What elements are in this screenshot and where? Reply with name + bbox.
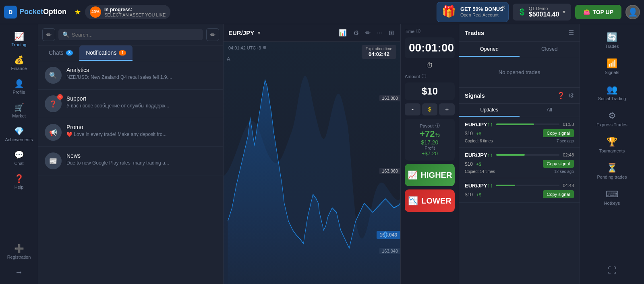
chat-item-content: Analytics NZD/USD: New Zealand Q4 retail… [66,67,217,80]
wallet-icon: 👛 [583,9,590,15]
higher-button[interactable]: 📈 HIGHER [405,164,455,186]
signal-amount-group: $10 +$ [465,191,481,198]
expand-button[interactable]: ⛶ [584,261,640,280]
signal-row: EUR/JPY ↑↑ 04:48 [465,182,574,189]
logo[interactable]: D PocketOption [4,6,66,19]
sidebar-item-finance[interactable]: 💰 Finance [3,52,35,74]
list-item[interactable]: 🔍 Analytics NZD/USD: New Zealand Q4 reta… [38,61,223,90]
chat-compose-button[interactable]: ✏ [42,28,55,41]
signal-copied-count: Copied: 6 times [465,139,493,143]
time-display: 00:01:00 [405,37,455,58]
bonus-banner[interactable]: 🎁 GET 50% BONUS Open Real Account ✕ [437,2,509,22]
signals-settings-button[interactable]: ⚙ [568,92,574,99]
currency-button[interactable]: $ [422,103,438,115]
lower-chart-icon: 📉 [408,196,418,206]
right-nav-item-hotkeys[interactable]: ⌨ Hotkeys [584,185,640,210]
list-item[interactable]: ❓ 1 Support У вас новое сообщение от слу… [38,90,223,118]
right-nav-item-trades[interactable]: 🔄 Trades [584,28,640,53]
dropdown-arrow-icon[interactable]: ▼ [561,9,566,15]
sidebar-item-chat[interactable]: 💬 Chat [3,147,35,169]
right-nav-item-social[interactable]: 👥 Social Trading [584,80,640,105]
timer-icon[interactable]: ⏱ [405,62,455,70]
sidebar-item-login[interactable]: → [3,264,35,280]
payout-info-icon[interactable]: ⓘ [435,123,440,129]
info-icon[interactable]: ⓘ [416,28,420,34]
sidebar-item-achievements[interactable]: 💎 Achievements [3,123,35,145]
logo-icon: D [4,6,17,19]
trades-tabs: Opened Closed [459,42,580,57]
avatar[interactable]: 👤 [625,5,640,19]
social-nav-icon: 👥 [607,84,617,95]
tab-all[interactable]: All [520,104,580,117]
signal-progress-bar [496,185,560,186]
right-nav-item-signals[interactable]: 📶 Signals [584,54,640,79]
list-item[interactable]: 📰 News Due to new Google Play rules, man… [38,147,223,175]
sidebar-item-trading[interactable]: 📈 Trading [3,28,35,50]
tab-closed[interactable]: Closed [520,42,580,57]
chart-draw-button[interactable]: ✏ [364,27,372,38]
new-chat-button[interactable]: ✏ [206,28,219,41]
chat-toolbar: ✏ 🔍 ✏ [38,24,223,45]
profit-label: Profit [409,146,451,150]
chart-line-button[interactable]: 📊 [337,27,348,38]
lower-button[interactable]: 📉 LOWER [405,189,455,212]
signal-copied-time: 12 sec ago [554,169,574,174]
copy-signal-button[interactable]: Copy signal [543,190,574,198]
copy-signal-button[interactable]: Copy signal [543,160,574,168]
list-item[interactable]: 📢 Promo ❤️ Love in every trade! Make any… [38,118,223,147]
asset-name: EUR/JPY [228,29,254,36]
tab-notifications[interactable]: Notifications 1 [79,45,133,61]
search-input[interactable] [72,32,199,38]
list-item: EUR/JPY ↑↑ 04:48 $10 +$ Copy signal [459,178,580,203]
chart-settings-button[interactable]: ⚙ [352,27,360,38]
account-info[interactable]: 💲 QT Demo $50014.40 ▼ [513,4,572,21]
asset-selector[interactable]: EUR/JPY ▼ [228,29,261,36]
trade-controls: Time ⓘ 00:01:00 ⏱ Amount ⓘ $10 - $ + Pay… [400,24,459,284]
amount-minus-button[interactable]: - [405,103,420,115]
signal-progress-fill [496,154,525,156]
favorite-icon[interactable]: ★ [75,8,81,16]
chat-item-name: Analytics [66,67,217,73]
amount-display: $10 [405,82,455,100]
bonus-close-icon[interactable]: ✕ [501,4,506,10]
tab-updates[interactable]: Updates [459,104,520,117]
signal-detail-row: $10 +$ Copy signal [465,129,574,137]
trades-signals-panel: Trades ☰ Opened Closed No opened trades … [459,24,580,284]
trades-nav-icon: 🔄 [607,32,617,43]
chart-tools: 📊 ⚙ ✏ ··· ⊞ [337,27,396,38]
avatar: ❓ 1 [45,95,62,112]
chart-more-button[interactable]: ··· [375,28,384,38]
login-icon: → [15,268,23,277]
signals-header: Signals ❓ ⚙ [459,88,580,104]
signal-time: 04:48 [563,183,574,188]
sidebar-item-market[interactable]: 🛒 Market [3,99,35,121]
chart-grid-button[interactable]: ⊞ [387,27,396,38]
tab-opened[interactable]: Opened [459,42,520,57]
sidebar-item-registration[interactable]: ➕ Registration [3,241,35,263]
right-nav-item-tournaments[interactable]: 🏆 Tournaments [584,133,640,157]
signal-time: 02:48 [563,152,574,157]
amount-info-icon[interactable]: ⓘ [422,73,426,79]
signals-help-button[interactable]: ❓ [557,92,565,99]
copy-signal-button[interactable]: Copy signal [543,129,574,137]
list-item: EUR/JPY ↑↑ 02:48 $10 +$ Copy signal Copi… [459,148,580,178]
amount-controls: - $ + [405,103,455,115]
signal-detail-row: $10 +$ Copy signal [465,160,574,168]
progress-badge[interactable]: 40% In progress: SELECT AN ASSET YOU LIK… [85,5,170,19]
amount-plus-button[interactable]: + [439,103,455,115]
search-box: 🔍 [58,29,203,40]
chat-panel: ✏ 🔍 ✏ Chats 3 Notifications 1 🔍 Analytic… [38,24,224,284]
tab-chats[interactable]: Chats 3 [42,45,79,61]
trading-icon: 📈 [14,31,24,41]
sidebar-item-profile[interactable]: 👤 Profile [3,76,35,98]
time-label: Time ⓘ [405,28,455,34]
topup-button[interactable]: 👛 TOP UP [575,5,621,19]
signal-amount-group: $10 +$ [465,130,481,137]
sidebar-item-help[interactable]: ❓ Help [3,171,35,193]
signal-plus: +$ [476,131,481,136]
trades-settings-button[interactable]: ☰ [568,29,574,37]
chat-item-content: News Due to new Google Play rules, many … [66,152,217,166]
finance-icon: 💰 [14,55,24,65]
right-nav-item-pending[interactable]: ⏳ Pending trades [584,159,640,183]
right-nav-item-express[interactable]: ⚙ Express Trades [584,107,640,131]
